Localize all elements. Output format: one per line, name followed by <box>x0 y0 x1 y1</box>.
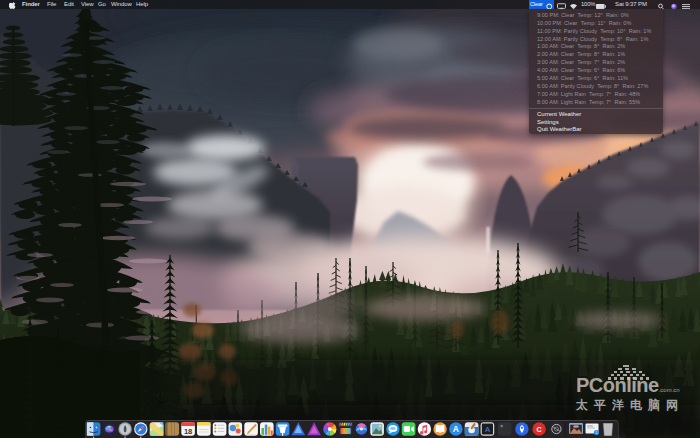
svg-text:1: 1 <box>596 431 598 435</box>
svg-text:A: A <box>485 425 490 434</box>
svg-text:18: 18 <box>184 427 192 436</box>
svg-text:A: A <box>453 424 459 434</box>
svg-text:C: C <box>537 426 542 433</box>
